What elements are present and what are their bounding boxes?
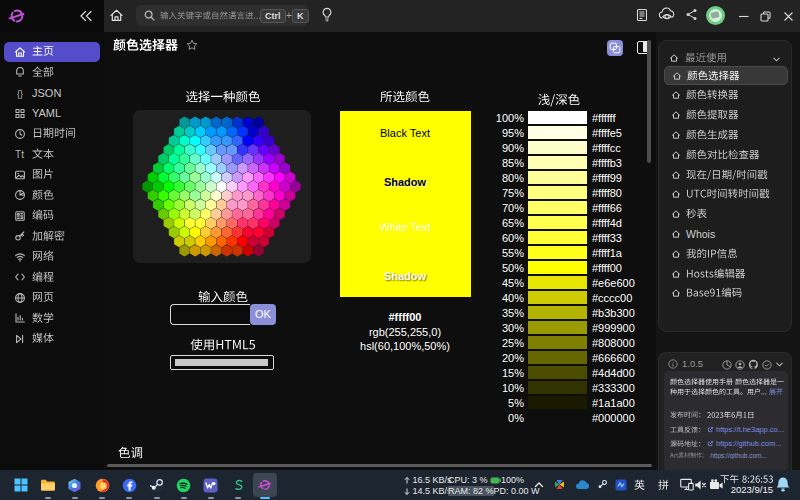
svg-text:{}: {} [16, 88, 22, 98]
svg-text:Tt: Tt [15, 149, 24, 160]
